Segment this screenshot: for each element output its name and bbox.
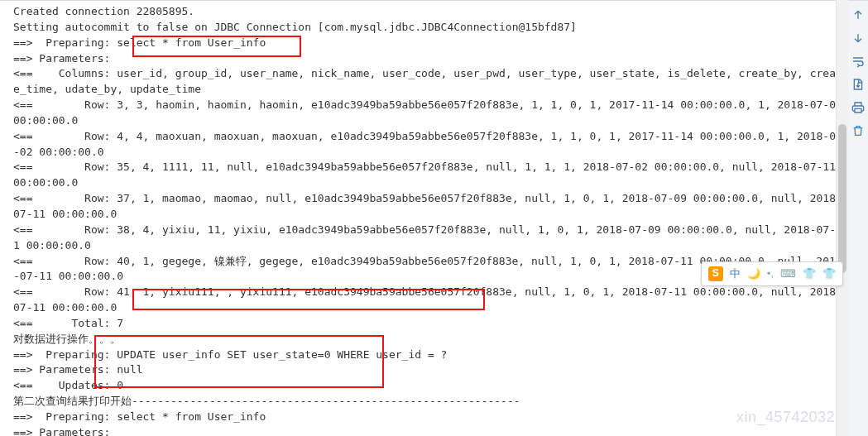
- log-line: <== Row: 38, 4, yixiu, 11, yixiu, e10adc…: [13, 223, 842, 254]
- log-line: <== Row: 3, 3, haomin, haomin, haomin, e…: [13, 98, 842, 129]
- log-line: <== Updates: 0: [13, 378, 842, 394]
- vertical-scrollbar[interactable]: [836, 0, 848, 436]
- ime-moon-icon[interactable]: 🌙: [747, 266, 760, 282]
- log-line: 对数据进行操作。。。: [13, 332, 842, 347]
- ime-skin2-icon[interactable]: 👕: [822, 266, 836, 282]
- ime-logo-icon: S: [708, 266, 723, 281]
- ime-keyboard-icon[interactable]: ⌨: [780, 266, 796, 282]
- log-line: 第二次查询结果打印开始-----------------------------…: [13, 394, 842, 410]
- log-line: ==> Preparing: UPDATE user_info SET user…: [13, 347, 842, 363]
- log-line: <== Row: 35, 4, 1111, 11, null, e10adc39…: [13, 160, 842, 191]
- print-icon[interactable]: [851, 100, 866, 115]
- log-line: ==> Parameters:: [13, 425, 842, 436]
- log-line: ==> Parameters: null: [13, 362, 842, 378]
- log-line: ==> Preparing: select * from User_info: [13, 36, 842, 51]
- log-line: <== Row: 4, 4, maoxuan, maoxuan, maoxuan…: [13, 129, 842, 161]
- log-line: ==> Preparing: select * from User_info: [13, 410, 842, 425]
- ime-toolbar[interactable]: S 中 🌙 •, ⌨ 👕 👕: [701, 261, 843, 286]
- scroll-down-icon[interactable]: [851, 31, 866, 46]
- ime-punct-icon[interactable]: •,: [767, 266, 774, 282]
- trash-icon[interactable]: [851, 123, 866, 138]
- ime-skin-icon[interactable]: 👕: [803, 266, 816, 282]
- log-line: <== Row: 37, 1, maomao, maomao, null, e1…: [13, 191, 842, 223]
- soft-wrap-icon[interactable]: [851, 54, 866, 69]
- log-line: <== Row: 41, 1, yixiu111, , yixiu111, e1…: [13, 285, 842, 316]
- log-line: Setting autocommit to false on JDBC Conn…: [13, 20, 842, 36]
- log-line: ==> Parameters:: [13, 51, 842, 67]
- ime-lang[interactable]: 中: [730, 266, 741, 282]
- export-icon[interactable]: [851, 77, 866, 92]
- log-line: <== Columns: user_id, group_id, user_nam…: [13, 66, 842, 98]
- log-line: Created connection 22805895.: [13, 4, 842, 20]
- log-line: <== Total: 7: [13, 316, 842, 332]
- console-log[interactable]: Created connection 22805895.Setting auto…: [0, 1, 847, 436]
- console-toolbar: [847, 1, 868, 436]
- scroll-up-icon[interactable]: [851, 7, 866, 22]
- scroll-thumb[interactable]: [838, 124, 846, 273]
